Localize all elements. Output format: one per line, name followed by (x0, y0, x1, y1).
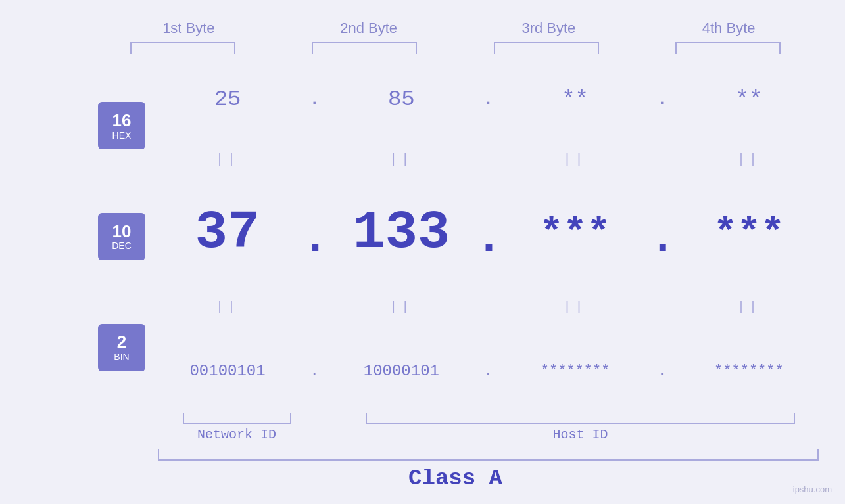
sep-row-1: || || || || (158, 148, 819, 171)
bin-b4: ******** (683, 363, 815, 379)
network-bracket (183, 413, 291, 424)
bin-b2: 10000101 (335, 362, 467, 380)
dec-b2: 133 (335, 202, 467, 263)
dot-dec-2: . (475, 216, 501, 267)
host-bracket-wrap (342, 413, 819, 424)
byte2-label: 2nd Byte (297, 20, 441, 37)
network-id-label: Network ID (158, 427, 316, 442)
byte3-label: 3rd Byte (476, 20, 621, 37)
sep2-b2: || (335, 300, 467, 315)
bracket-b2 (299, 42, 430, 54)
gap1 (316, 413, 342, 424)
hex-row: 25 . 85 . ** . ** (158, 78, 819, 120)
byte4-label: 4th Byte (656, 20, 801, 37)
dot-dec-3: . (649, 216, 675, 267)
sep2-b1: || (162, 300, 293, 315)
hex-b1: 25 (162, 87, 293, 112)
dec-badge: 10 DEC (98, 213, 145, 260)
bin-badge: 2 BIN (98, 324, 145, 371)
sep1-b3: || (510, 152, 641, 167)
bracket-b3-line (494, 42, 599, 54)
bin-b3: ******** (510, 363, 641, 379)
top-brackets (92, 42, 819, 54)
dot-bin-2: . (475, 362, 501, 380)
header-row: 1st Byte 2nd Byte 3rd Byte 4th Byte (92, 20, 819, 37)
sep1-b1: || (162, 152, 293, 167)
dot-hex-1: . (301, 88, 327, 110)
gap2 (316, 427, 342, 442)
bin-b1: 00100101 (162, 362, 293, 380)
hex-b2: 85 (335, 87, 467, 112)
sep1-b2: || (335, 152, 467, 167)
dot-bin-1: . (301, 362, 327, 380)
bracket-b1 (117, 42, 249, 54)
class-label-wrap: Class A (92, 466, 819, 491)
left-badges: 16 HEX 10 DEC 2 BIN (92, 64, 151, 409)
dot-bin-3: . (649, 362, 675, 380)
bracket-b4-line (675, 42, 781, 54)
network-bracket-wrap (158, 413, 316, 424)
sep-row-2: || || || || (158, 296, 819, 319)
bracket-b2-line (312, 42, 417, 54)
host-id-label: Host ID (342, 427, 819, 442)
host-bracket (366, 413, 795, 424)
values-area: 25 . 85 . ** . ** (158, 64, 819, 409)
dec-b1: 37 (162, 202, 293, 263)
bracket-b4 (662, 42, 794, 54)
main-container: 1st Byte 2nd Byte 3rd Byte 4th Byte 16 H… (0, 0, 845, 504)
sep2-b4: || (683, 300, 815, 315)
sep2-b3: || (510, 300, 641, 315)
dec-row: 37 . 133 . *** . *** (158, 198, 819, 267)
bin-row: 00100101 . 10000101 . ******** . (158, 346, 819, 396)
dec-b3: *** (510, 211, 641, 256)
byte1-label: 1st Byte (116, 20, 261, 37)
dot-dec-1: . (301, 216, 327, 267)
bracket-b1-line (130, 42, 235, 54)
hex-b3: ** (510, 87, 641, 112)
dot-hex-2: . (475, 88, 501, 110)
class-bracket (158, 449, 819, 461)
dot-hex-3: . (649, 88, 675, 110)
bracket-b3 (481, 42, 612, 54)
bottom-brackets-row (92, 413, 819, 424)
watermark: ipshu.com (793, 484, 832, 494)
main-rows: 16 HEX 10 DEC 2 BIN 25 . (92, 64, 819, 409)
hex-badge: 16 HEX (98, 102, 145, 149)
sep1-b4: || (683, 152, 815, 167)
dec-b4: *** (683, 211, 815, 256)
hex-b4: ** (683, 87, 815, 112)
id-labels: Network ID Host ID (92, 427, 819, 442)
bottom-section: Network ID Host ID Class A (92, 413, 819, 491)
class-label: Class A (408, 466, 502, 491)
